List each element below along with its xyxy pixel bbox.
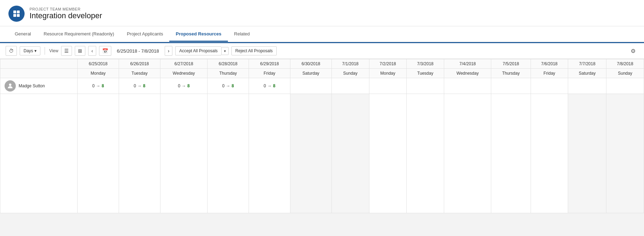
main-content: ⏱ Days ▾ View ☰ ⊞ ‹ 📅 6/25/2018 - 7/8/20… (0, 42, 644, 213)
date-header-8: 7/3/2018 (407, 59, 444, 69)
header-title: Integration developer (29, 11, 102, 20)
tab-project-applicants[interactable]: Project Applicants (120, 26, 169, 42)
tabs-section: GeneralResource Requirement (Readonly)Pr… (0, 26, 644, 42)
calendar-button[interactable]: 📅 (99, 46, 111, 56)
date-range: 6/25/2018 - 7/8/2018 (114, 47, 162, 55)
date-header-7: 7/2/2018 (369, 59, 407, 69)
name-column-header (0, 59, 78, 69)
empty-name-cell (0, 94, 78, 213)
prev-button[interactable]: ‹ (88, 46, 96, 56)
empty-cell (331, 94, 369, 213)
date-header-6: 7/1/2018 (331, 59, 369, 69)
date-header-9: 7/4/2018 (444, 59, 491, 69)
tab-related[interactable]: Related (228, 26, 256, 42)
date-header-0: 6/25/2018 (78, 59, 119, 69)
day-header-5: Saturday (290, 69, 331, 78)
grid-cell: 0→8 (208, 78, 249, 94)
separator-1 (45, 47, 45, 55)
empty-cell (290, 94, 331, 213)
empty-cell (568, 94, 606, 213)
grid-cell (606, 78, 644, 94)
resource-grid: 6/25/20186/26/20186/27/20186/28/20186/29… (0, 59, 644, 213)
empty-cell (78, 94, 119, 213)
tab-resource-requirement[interactable]: Resource Requirement (Readonly) (37, 26, 120, 42)
tab-proposed-resources[interactable]: Proposed Resources (169, 26, 228, 42)
grid-cell (369, 78, 407, 94)
date-header-1: 6/26/2018 (119, 59, 160, 69)
table-row: Madge Sutton 0→80→80→80→80→8 (0, 78, 644, 94)
day-header-9: Wednesday (444, 69, 491, 78)
days-button[interactable]: Days ▾ (20, 46, 40, 55)
days-label: Days (24, 48, 33, 53)
grid-cell (444, 78, 491, 94)
day-header-8: Tuesday (407, 69, 444, 78)
accept-all-proposals-button[interactable]: Accept All Proposals (175, 46, 221, 55)
day-header-6: Sunday (331, 69, 369, 78)
day-header-10: Thursday (491, 69, 531, 78)
grid-cell (491, 78, 531, 94)
next-button[interactable]: › (165, 46, 173, 56)
toolbar: ⏱ Days ▾ View ☰ ⊞ ‹ 📅 6/25/2018 - 7/8/20… (0, 43, 644, 59)
svg-rect-2 (13, 14, 16, 17)
settings-gear-icon[interactable]: ⚙ (628, 46, 638, 56)
tab-general[interactable]: General (8, 26, 37, 42)
days-dropdown-icon: ▾ (34, 48, 37, 53)
day-header-7: Monday (369, 69, 407, 78)
view-label: View (49, 48, 58, 53)
person-name-cell: Madge Sutton (0, 78, 78, 94)
date-header-3: 6/28/2018 (208, 59, 249, 69)
grid-cell (568, 78, 606, 94)
date-header-2: 6/27/2018 (160, 59, 207, 69)
grid-cell (290, 78, 331, 94)
date-header-13: 7/8/2018 (606, 59, 644, 69)
grid-cell: 0→8 (119, 78, 160, 94)
grid-cell: 0→8 (78, 78, 119, 94)
empty-cell (249, 94, 290, 213)
empty-cell (491, 94, 531, 213)
empty-cell (444, 94, 491, 213)
day-header-1: Tuesday (119, 69, 160, 78)
grid-cell: 0→8 (249, 78, 290, 94)
grid-cell (407, 78, 444, 94)
list-view-button[interactable]: ☰ (61, 46, 72, 56)
svg-rect-0 (13, 11, 16, 13)
empty-cell (119, 94, 160, 213)
empty-cell (407, 94, 444, 213)
date-header-11: 7/6/2018 (531, 59, 568, 69)
day-header-3: Thursday (208, 69, 249, 78)
empty-cell (369, 94, 407, 213)
empty-cell (606, 94, 644, 213)
accept-dropdown-button[interactable]: ▾ (221, 47, 229, 55)
date-header-12: 7/7/2018 (568, 59, 606, 69)
app-icon (8, 6, 25, 22)
svg-point-4 (9, 83, 12, 86)
day-header-2: Wednesday (160, 69, 207, 78)
header-subtitle: PROJECT TEAM MEMBER (29, 7, 102, 11)
day-header-4: Friday (249, 69, 290, 78)
empty-cell (160, 94, 207, 213)
day-header-11: Friday (531, 69, 568, 78)
empty-cell (531, 94, 568, 213)
grid-section: 6/25/20186/26/20186/27/20186/28/20186/29… (0, 59, 644, 213)
grid-cell (531, 78, 568, 94)
empty-row (0, 94, 644, 213)
person-name: Madge Sutton (19, 83, 45, 88)
date-header-5: 6/30/2018 (290, 59, 331, 69)
reject-all-proposals-button[interactable]: Reject All Proposals (231, 46, 277, 55)
day-header-12: Saturday (568, 69, 606, 78)
svg-rect-3 (17, 14, 20, 17)
accept-proposals-group: Accept All Proposals ▾ (175, 46, 228, 55)
svg-rect-1 (17, 11, 20, 13)
date-header-10: 7/5/2018 (491, 59, 531, 69)
day-header-13: Sunday (606, 69, 644, 78)
grid-view-button[interactable]: ⊞ (75, 46, 85, 56)
avatar (5, 80, 16, 92)
day-header-0: Monday (78, 69, 119, 78)
empty-cell (208, 94, 249, 213)
clock-button[interactable]: ⏱ (6, 46, 17, 56)
grid-cell: 0→8 (160, 78, 207, 94)
grid-cell (331, 78, 369, 94)
date-header-4: 6/29/2018 (249, 59, 290, 69)
header-section: PROJECT TEAM MEMBER Integration develope… (0, 0, 644, 26)
day-column-header (0, 69, 78, 78)
